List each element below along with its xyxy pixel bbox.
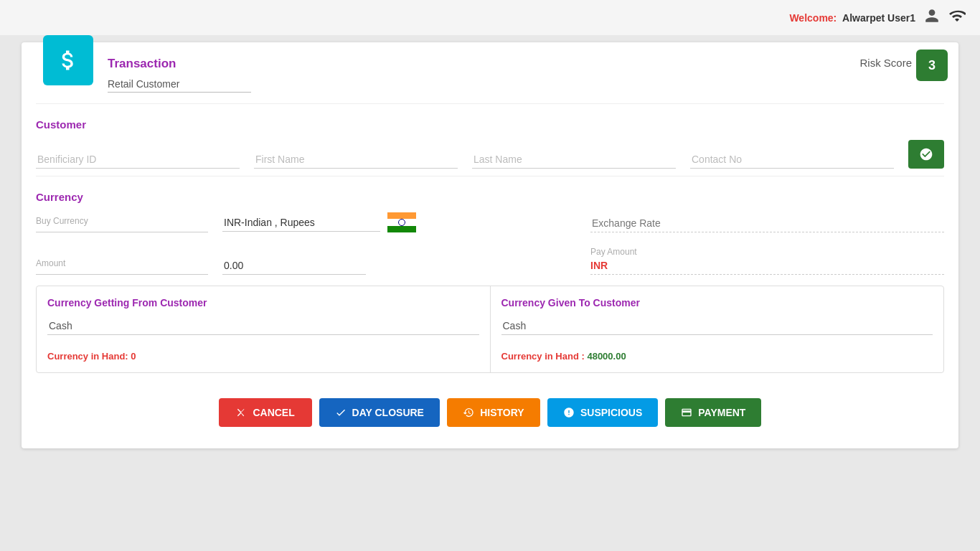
to-in-hand-label: Currency in Hand : [501,351,585,362]
customer-type-wrap: Retail Customer [22,75,958,103]
suspicious-label: SUSPICIOUS [580,407,642,418]
currency-select-wrap [222,212,576,232]
customer-section-title: Customer [22,111,958,136]
history-label: HISTORY [480,407,524,418]
history-button[interactable]: HISTORY [447,398,540,427]
india-flag [387,212,416,232]
username: Alwarpet User1 [842,12,915,24]
contact-no-group [690,151,894,169]
currency-section-title: Currency [22,184,958,209]
buy-currency-row: Buy Currency [22,209,958,240]
action-buttons: CANCEL DAY CLOSURE HISTORY SUSPICIOUS PA… [22,387,958,434]
flag-top-stripe [387,212,416,219]
payment-button[interactable]: PAYMENT [665,398,761,427]
pay-amount-value: INR [590,260,944,275]
currency-from-cash-input[interactable] [47,317,479,335]
day-closure-label: DAY CLOSURE [352,407,424,418]
to-in-hand-value: 48000.00 [587,351,626,362]
main-container: Risk Score 3 Transaction Retail Customer… [22,42,958,448]
day-closure-button[interactable]: DAY CLOSURE [319,398,440,427]
customer-type: Retail Customer [108,78,251,93]
amount-label-group: Amount [36,258,208,275]
transaction-icon [43,35,93,85]
payment-label: PAYMENT [698,407,745,418]
currency-to-cash-input[interactable] [501,317,933,335]
currency-from-title: Currency Getting From Customer [47,297,479,309]
currency-to-title: Currency Given To Customer [501,297,933,309]
currency-to-in-hand: Currency in Hand : 48000.00 [501,351,933,362]
buy-currency-underline [36,229,208,232]
risk-score-label: Risk Score [859,57,912,69]
cancel-button[interactable]: CANCEL [219,398,312,427]
welcome-text: Welcome: Alwarpet User1 [789,12,915,24]
buy-currency-input[interactable] [222,214,380,232]
currency-to-box: Currency Given To Customer Currency in H… [491,286,944,372]
currency-boxes: Currency Getting From Customer Currency … [36,286,944,373]
welcome-prefix: Welcome: [789,12,837,24]
currency-from-box: Currency Getting From Customer Currency … [37,286,491,372]
first-name-input[interactable] [254,151,458,169]
divider2 [36,176,944,176]
customer-form-row [22,136,958,176]
first-name-group [254,151,458,169]
last-name-group [472,151,676,169]
pay-amount-group: Pay Amount INR [590,247,944,275]
user-icon [924,8,940,27]
ashoka-chakra [398,219,405,226]
currency-from-in-hand: Currency in Hand: 0 [47,351,479,362]
amount-label: Amount [36,258,208,268]
amount-underline [36,271,208,275]
exchange-rate-group [590,215,944,232]
exchange-rate-input[interactable] [590,215,944,232]
last-name-input[interactable] [472,151,676,169]
from-in-hand-label: Currency in Hand: [47,351,128,362]
buy-currency-label-group: Buy Currency [36,216,208,232]
from-in-hand-value: 0 [131,351,136,362]
amount-input[interactable] [222,257,366,275]
transaction-title: Transaction [22,42,958,75]
contact-no-input[interactable] [690,151,894,169]
amount-value-wrap [222,257,576,275]
flag-mid-stripe [387,219,416,226]
suspicious-button[interactable]: SUSPICIOUS [547,398,658,427]
top-bar: Welcome: Alwarpet User1 [0,0,980,35]
amount-row: Amount Pay Amount INR [22,240,958,286]
buy-currency-label: Buy Currency [36,216,208,226]
risk-score-badge: 3 [916,50,948,81]
divider1 [36,103,944,104]
wifi-icon [948,7,966,28]
cancel-label: CANCEL [253,407,294,418]
search-customer-button[interactable] [908,140,944,169]
beneficiary-id-input[interactable] [36,151,240,169]
beneficiary-id-group [36,151,240,169]
pay-amount-label: Pay Amount [590,247,944,257]
flag-bottom-stripe [387,226,416,232]
